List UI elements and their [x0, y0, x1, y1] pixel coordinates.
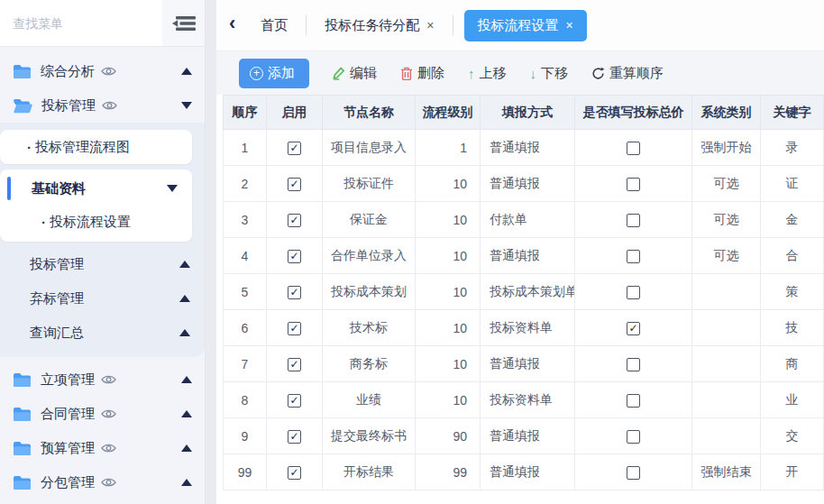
- arrow-down-icon: ↓: [530, 66, 537, 81]
- table-row[interactable]: 3✓保证金10付款单✓可选金: [224, 202, 824, 238]
- cell-flow-level: 1: [416, 130, 481, 166]
- table-row[interactable]: 8✓业绩10投标资料单✓业: [224, 382, 824, 418]
- tab-home[interactable]: 首页: [248, 10, 300, 41]
- delete-button[interactable]: 删除: [400, 65, 444, 82]
- enabled-checkbox[interactable]: ✓: [288, 286, 301, 299]
- table-row[interactable]: 99✓开标结果99普通填报✓强制结束开: [224, 454, 824, 490]
- eye-icon[interactable]: [102, 100, 117, 111]
- table-row[interactable]: 5✓投标成本策划10投标成本策划单✓策: [224, 274, 824, 310]
- enabled-checkbox[interactable]: ✓: [288, 466, 301, 480]
- table-row[interactable]: 9✓提交最终标书90普通填报✓交: [224, 418, 824, 454]
- total-price-checkbox[interactable]: ✓: [627, 214, 640, 227]
- cell-enabled: ✓: [267, 274, 323, 310]
- folder-icon: [13, 475, 32, 490]
- trash-icon: [400, 67, 413, 80]
- sidebar-item-budget-management[interactable]: 预算管理: [0, 431, 205, 465]
- sidebar-item-project-management[interactable]: 立项管理: [0, 362, 205, 397]
- enabled-checkbox[interactable]: ✓: [288, 358, 301, 371]
- close-tab-icon[interactable]: ×: [426, 18, 434, 32]
- arrow-up-icon: ↑: [468, 66, 475, 81]
- column-header-enabled: 启用: [267, 96, 323, 130]
- enabled-checkbox[interactable]: ✓: [288, 394, 301, 408]
- total-price-checkbox[interactable]: ✓: [627, 358, 640, 371]
- total-price-checkbox[interactable]: ✓: [627, 286, 640, 299]
- eye-icon[interactable]: [101, 408, 116, 419]
- cell-system-type: 可选: [692, 238, 761, 274]
- total-price-checkbox[interactable]: ✓: [627, 142, 640, 155]
- chevron-down-icon: [167, 185, 178, 192]
- table-row[interactable]: 7✓商务标10普通填报✓商: [224, 346, 824, 382]
- column-header-total-price: 是否填写投标总价: [575, 96, 692, 130]
- eye-icon[interactable]: [101, 477, 116, 488]
- enabled-checkbox[interactable]: ✓: [288, 430, 301, 444]
- total-price-checkbox[interactable]: ✓: [627, 178, 640, 191]
- pencil-icon: [333, 67, 345, 80]
- move-up-button[interactable]: ↑ 上移: [468, 65, 507, 82]
- tab-bid-task-assign[interactable]: 投标任务待分配 ×: [312, 10, 446, 41]
- sidebar-item-contract-management[interactable]: 合同管理: [0, 397, 205, 431]
- active-section-indicator: [7, 177, 11, 200]
- eye-icon[interactable]: [101, 443, 116, 454]
- cell-order: 6: [224, 310, 267, 346]
- cell-flow-level: 10: [416, 382, 481, 418]
- total-price-checkbox[interactable]: ✓: [627, 394, 640, 408]
- cell-keyword: 交: [761, 418, 824, 454]
- eye-icon[interactable]: [101, 374, 116, 385]
- cell-keyword: 合: [761, 238, 824, 274]
- flow-table-container: 顺序 启用 节点名称 流程级别 填报方式 是否填写投标总价 系统类别 关键字 1…: [216, 95, 824, 490]
- cell-node-name: 开标结果: [323, 454, 416, 490]
- submenu-card: 基础资料 投标流程设置: [0, 170, 192, 242]
- cell-system-type: 强制结束: [692, 454, 761, 490]
- cell-node-name: 技术标: [323, 310, 416, 346]
- total-price-checkbox[interactable]: ✓: [627, 250, 640, 263]
- folder-icon: [13, 372, 32, 388]
- collapse-menu-icon: [172, 14, 196, 32]
- enabled-checkbox[interactable]: ✓: [288, 322, 301, 335]
- sidebar-menu: 综合分析 投标管理: [0, 47, 205, 504]
- sidebar-item-subcontract-management[interactable]: 分包管理: [0, 465, 205, 499]
- total-price-checkbox[interactable]: ✓: [627, 466, 640, 480]
- table-row[interactable]: 1✓项目信息录入1普通填报✓强制开始录: [224, 130, 824, 166]
- submenu-card: 投标管理流程图: [0, 130, 192, 164]
- cell-enabled: ✓: [267, 238, 323, 274]
- layout-gutter: [206, 0, 216, 504]
- enabled-checkbox[interactable]: ✓: [288, 214, 301, 227]
- cell-keyword: 业: [761, 382, 824, 418]
- main-content: ‹ 首页 投标任务待分配 × 投标流程设置 × + 添加 编辑: [216, 0, 824, 504]
- tab-bid-flow-setting[interactable]: 投标流程设置 ×: [464, 10, 587, 41]
- chevron-up-icon: [181, 376, 192, 383]
- enabled-checkbox[interactable]: ✓: [288, 142, 301, 155]
- sidebar-item-query-summary[interactable]: 查询汇总: [0, 316, 205, 350]
- sidebar-item-abandon-manage[interactable]: 弃标管理: [0, 281, 205, 316]
- menu-search-input[interactable]: [13, 16, 148, 31]
- tabs-back-button[interactable]: ‹: [224, 14, 248, 37]
- close-tab-icon[interactable]: ×: [566, 18, 573, 32]
- recalculate-order-button[interactable]: 重算顺序: [591, 65, 664, 82]
- add-button[interactable]: + 添加: [239, 59, 309, 88]
- cell-total-price: ✓: [575, 382, 692, 418]
- total-price-checkbox[interactable]: ✓: [627, 322, 640, 335]
- enabled-checkbox[interactable]: ✓: [288, 250, 301, 263]
- sidebar-collapse-button[interactable]: [162, 0, 205, 46]
- cell-fill-method: 投标成本策划单: [481, 274, 575, 310]
- sidebar-item-label: 投标管理: [41, 97, 96, 115]
- chevron-up-icon: [179, 295, 190, 302]
- sidebar-item-base-data[interactable]: 基础资料: [0, 170, 192, 207]
- sidebar-item-bid-manage-sub[interactable]: 投标管理: [0, 247, 205, 281]
- sidebar-item-comprehensive-analysis[interactable]: 综合分析: [0, 54, 205, 88]
- cell-keyword: 技: [761, 310, 824, 346]
- eye-icon[interactable]: [101, 66, 116, 77]
- enabled-checkbox[interactable]: ✓: [288, 178, 301, 191]
- sidebar-item-bid-management[interactable]: 投标管理: [0, 88, 205, 123]
- cell-flow-level: 10: [416, 166, 481, 202]
- edit-button[interactable]: 编辑: [333, 65, 377, 82]
- total-price-checkbox[interactable]: ✓: [627, 430, 640, 444]
- table-row[interactable]: 6✓技术标10投标资料单✓技: [224, 310, 824, 346]
- table-row[interactable]: 2✓投标证件10普通填报✓可选证: [224, 166, 824, 202]
- cell-system-type: [692, 310, 761, 346]
- cell-node-name: 投标成本策划: [323, 274, 416, 310]
- table-row[interactable]: 4✓合作单位录入10普通填报✓可选合: [224, 238, 824, 274]
- move-down-button[interactable]: ↓ 下移: [530, 65, 569, 82]
- sidebar-item-bid-flow-chart[interactable]: 投标管理流程图: [0, 130, 192, 164]
- sidebar-item-bid-flow-setting[interactable]: 投标流程设置: [0, 207, 192, 242]
